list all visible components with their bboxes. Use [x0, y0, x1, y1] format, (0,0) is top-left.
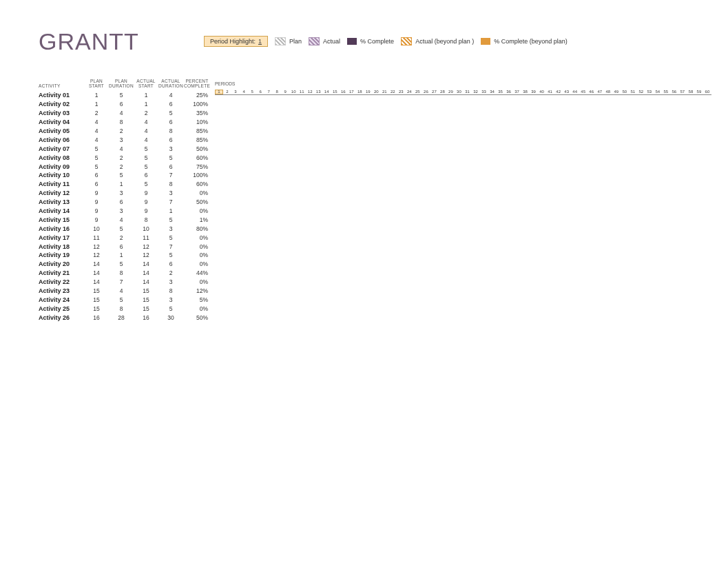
- cell-actual-duration: 6: [158, 101, 183, 108]
- cell-plan-start: 15: [84, 296, 109, 303]
- period-tick: 33: [480, 90, 488, 94]
- table-row: Activity 181261270%: [39, 242, 211, 251]
- cell-plan-start: 14: [84, 278, 109, 285]
- period-tick: 8: [273, 90, 281, 94]
- period-tick: 60: [703, 90, 711, 94]
- cell-activity: Activity 26: [39, 314, 84, 321]
- legend: Period Highlight: 1 Plan Actual % Comple…: [204, 36, 568, 47]
- cell-plan-duration: 5: [109, 296, 134, 303]
- period-tick: 17: [347, 90, 355, 94]
- cell-actual-duration: 6: [158, 163, 183, 170]
- period-tick: 46: [587, 90, 596, 94]
- table-row: Activity 191211250%: [39, 251, 211, 260]
- cell-plan-start: 15: [84, 287, 109, 294]
- cell-plan-duration: 2: [109, 234, 134, 241]
- cell-plan-duration: 7: [109, 278, 134, 285]
- cell-plan-start: 6: [84, 172, 109, 178]
- table-row: Activity 221471430%: [39, 278, 211, 287]
- cell-actual-duration: 2: [158, 269, 183, 276]
- period-tick: 31: [463, 90, 471, 94]
- period-tick: 11: [298, 90, 306, 94]
- cell-plan-start: 1: [84, 101, 109, 108]
- cell-actual-duration: 7: [158, 243, 183, 250]
- cell-actual-start: 16: [134, 314, 158, 321]
- plan-swatch-icon: [275, 37, 286, 45]
- cell-activity: Activity 18: [39, 243, 84, 250]
- cell-actual-start: 15: [134, 305, 158, 312]
- cell-actual-start: 12: [134, 243, 158, 250]
- cell-percent: 0%: [183, 207, 211, 214]
- period-tick: 4: [240, 90, 248, 94]
- cell-actual-duration: 30: [158, 314, 183, 321]
- table-row: Activity 261628163050%: [39, 313, 211, 322]
- period-tick: 47: [596, 90, 604, 94]
- cell-percent: 50%: [183, 198, 211, 205]
- cell-actual-duration: 5: [158, 154, 183, 161]
- table-row: Activity 08525560%: [39, 153, 211, 162]
- cell-percent: 60%: [183, 181, 211, 187]
- period-tick: 34: [488, 90, 497, 94]
- cell-actual-duration: 5: [158, 110, 183, 116]
- cell-plan-duration: 4: [109, 110, 134, 116]
- table-row: Activity 171121150%: [39, 233, 211, 242]
- cell-activity: Activity 05: [39, 127, 84, 134]
- period-tick: 10: [289, 90, 298, 94]
- cell-actual-duration: 3: [158, 145, 183, 152]
- cell-actual-duration: 3: [158, 225, 183, 232]
- cell-percent: 0%: [183, 252, 211, 258]
- cell-plan-duration: 1: [109, 181, 134, 187]
- rows-container: Activity 01151425%Activity 021616100%Act…: [39, 91, 211, 322]
- period-tick: 24: [405, 90, 413, 94]
- cell-percent: 85%: [183, 127, 211, 134]
- table-row: Activity 201451460%: [39, 260, 211, 269]
- cell-actual-start: 14: [134, 278, 158, 285]
- col-actual-duration: ACTUAL DURATION: [158, 79, 183, 91]
- cell-plan-start: 9: [84, 216, 109, 223]
- cell-percent: 0%: [183, 234, 211, 241]
- cell-plan-duration: 6: [109, 101, 134, 108]
- legend-actual-label: Actual: [323, 38, 340, 45]
- cell-activity: Activity 07: [39, 145, 84, 152]
- cell-plan-duration: 5: [109, 92, 134, 99]
- cell-actual-start: 10: [134, 225, 158, 232]
- cell-actual-start: 14: [134, 260, 158, 267]
- period-tick: 52: [637, 90, 645, 94]
- cell-actual-start: 1: [134, 101, 158, 108]
- periods-label: PERIODS: [215, 72, 711, 88]
- period-tick: 50: [621, 90, 629, 94]
- period-tick: 3: [231, 90, 240, 94]
- period-tick: 21: [380, 90, 388, 94]
- period-tick: 26: [422, 90, 430, 94]
- period-highlight-value[interactable]: 1: [258, 38, 262, 45]
- complete-swatch-icon: [347, 38, 357, 45]
- period-tick: 37: [513, 90, 521, 94]
- cell-plan-start: 4: [84, 136, 109, 143]
- table-row: Activity 251581550%: [39, 304, 211, 313]
- period-tick: 16: [339, 90, 347, 94]
- period-tick: 9: [281, 90, 289, 94]
- legend-plan: Plan: [275, 37, 302, 45]
- header-row: GRANTT Period Highlight: 1 Plan Actual %…: [39, 21, 711, 62]
- cell-plan-duration: 3: [109, 190, 134, 196]
- legend-complete-beyond: % Complete (beyond plan): [481, 38, 568, 45]
- cell-actual-start: 2: [134, 110, 158, 116]
- period-tick: 48: [604, 90, 612, 94]
- cell-percent: 0%: [183, 260, 211, 267]
- table-row: Activity 241551535%: [39, 295, 211, 304]
- cell-plan-duration: 6: [109, 198, 134, 205]
- cell-activity: Activity 12: [39, 190, 84, 196]
- cell-percent: 10%: [183, 119, 211, 125]
- cell-actual-duration: 3: [158, 278, 183, 285]
- period-highlight-box[interactable]: Period Highlight: 1: [204, 36, 268, 47]
- cell-percent: 85%: [183, 136, 211, 143]
- actual-swatch-icon: [309, 37, 320, 45]
- actual-beyond-swatch-icon: [401, 37, 412, 45]
- cell-activity: Activity 21: [39, 269, 84, 276]
- cell-plan-start: 12: [84, 252, 109, 258]
- cell-actual-start: 5: [134, 154, 158, 161]
- period-tick: 22: [388, 90, 397, 94]
- legend-complete-beyond-label: % Complete (beyond plan): [494, 38, 568, 45]
- cell-activity: Activity 01: [39, 92, 84, 99]
- cell-plan-start: 9: [84, 207, 109, 214]
- cell-activity: Activity 15: [39, 216, 84, 223]
